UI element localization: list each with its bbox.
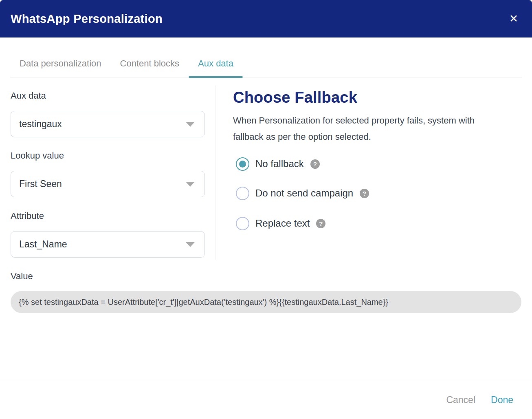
done-button[interactable]: Done [491, 395, 513, 406]
attribute-label: Attribute [11, 211, 44, 221]
radio-option-do-not-send-campaign[interactable]: Do not send campaign ? [236, 186, 369, 200]
aux-data-selected-value: testingaux [19, 119, 62, 130]
caret-down-icon [186, 122, 195, 127]
dialog-footer: Cancel Done [0, 381, 532, 419]
lookup-value-select[interactable]: First Seen [11, 171, 205, 197]
value-label: Value [11, 271, 33, 282]
help-icon[interactable]: ? [316, 219, 325, 228]
radio-unselected-icon[interactable] [236, 217, 249, 230]
value-expression-text: {% set testingauxData = UserAttribute['c… [19, 298, 388, 307]
help-icon[interactable]: ? [310, 159, 320, 169]
close-icon[interactable]: ✕ [509, 13, 518, 24]
radio-unselected-icon[interactable] [236, 187, 249, 200]
vertical-divider [215, 86, 215, 260]
radio-option-replace-text[interactable]: Replace text ? [236, 216, 325, 230]
tab-aux-data[interactable]: Aux data [189, 58, 243, 77]
tab-content-blocks[interactable]: Content blocks [111, 58, 189, 77]
attribute-select[interactable]: Last_Name [11, 231, 205, 258]
radio-selected-icon[interactable] [236, 157, 249, 171]
caret-down-icon [186, 182, 195, 187]
tab-bar: Data personalization Content blocks Aux … [10, 37, 522, 77]
help-icon[interactable]: ? [360, 189, 369, 198]
radio-option-label: Do not send campaign [255, 187, 353, 199]
dialog-header: WhatsApp Personalization ✕ [0, 0, 532, 37]
radio-option-label: Replace text [255, 218, 310, 229]
aux-data-label: Aux data [11, 90, 46, 101]
lookup-value-label: Lookup value [11, 150, 64, 161]
radio-option-no-fallback[interactable]: No fallback ? [236, 157, 320, 171]
aux-data-select[interactable]: testingaux [11, 111, 205, 137]
attribute-selected-value: Last_Name [19, 239, 67, 250]
cancel-button[interactable]: Cancel [446, 395, 475, 406]
lookup-value-selected-value: First Seen [19, 179, 62, 190]
choose-fallback-description: When Personalization for selected proper… [233, 112, 497, 145]
dialog-title: WhatsApp Personalization [11, 12, 163, 26]
radio-option-label: No fallback [255, 158, 304, 170]
value-expression-field[interactable]: {% set testingauxData = UserAttribute['c… [11, 291, 521, 313]
caret-down-icon [186, 242, 195, 247]
choose-fallback-title: Choose Fallback [233, 89, 357, 106]
tab-data-personalization[interactable]: Data personalization [10, 58, 111, 77]
